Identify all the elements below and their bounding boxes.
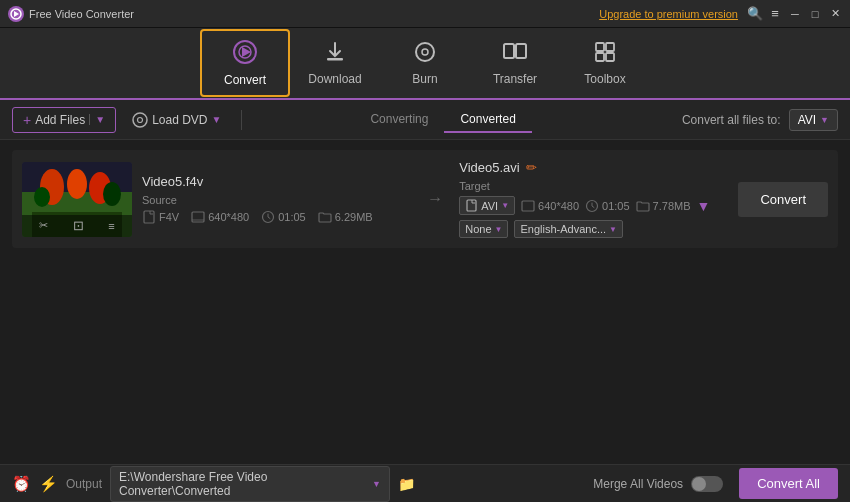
target-size: 7.78MB — [653, 200, 691, 212]
load-dvd-label: Load DVD — [152, 113, 207, 127]
merge-toggle[interactable] — [691, 476, 723, 492]
nav-convert[interactable]: Convert — [200, 29, 290, 97]
open-folder-icon[interactable]: 📁 — [398, 476, 415, 492]
svg-point-6 — [416, 43, 434, 61]
convert-button[interactable]: Convert — [738, 182, 828, 217]
download-nav-icon — [323, 40, 347, 68]
video-thumbnail: ✂ ⊡ ≡ — [22, 162, 132, 237]
svg-point-14 — [133, 113, 147, 127]
nav-convert-label: Convert — [224, 73, 266, 87]
target-name-row: Video5.avi ✏ — [459, 160, 728, 175]
load-dvd-dropdown-icon[interactable]: ▼ — [212, 114, 222, 125]
source-info: Video5.f4v Source F4V 640*480 — [142, 174, 411, 224]
svg-rect-5 — [327, 58, 343, 61]
search-icon[interactable]: 🔍 — [748, 7, 762, 21]
output-path[interactable]: E:\Wondershare Free Video Converter\Conv… — [110, 466, 390, 502]
svg-rect-10 — [596, 43, 604, 51]
tab-converted[interactable]: Converted — [444, 107, 531, 133]
file-icon — [142, 210, 156, 224]
effects-icon[interactable]: ≡ — [108, 220, 114, 232]
transfer-nav-icon — [502, 40, 528, 68]
scissors-icon[interactable]: ✂ — [39, 219, 48, 232]
load-dvd-button[interactable]: Load DVD ▼ — [124, 108, 229, 132]
format-value: AVI — [798, 113, 816, 127]
resolution-icon — [191, 210, 205, 224]
add-files-dropdown-icon[interactable]: ▼ — [89, 114, 105, 125]
source-duration-item: 01:05 — [261, 210, 306, 224]
logo-icon — [8, 6, 24, 22]
menu-icon[interactable]: ≡ — [768, 7, 782, 21]
target-clock-icon — [585, 199, 599, 213]
target-dropdown-arrow[interactable]: ▼ — [697, 198, 711, 214]
toggle-knob — [692, 477, 706, 491]
toolbar: + Add Files ▼ Load DVD ▼ Converting Conv… — [0, 100, 850, 140]
add-files-label: Add Files — [35, 113, 85, 127]
source-meta: F4V 640*480 01:05 — [142, 210, 411, 224]
source-duration: 01:05 — [278, 211, 306, 223]
convert-all-button[interactable]: Convert All — [739, 468, 838, 499]
svg-rect-25 — [192, 212, 204, 222]
target-resolution: 640*480 — [538, 200, 579, 212]
source-resolution: 640*480 — [208, 211, 249, 223]
dvd-icon — [132, 112, 148, 128]
target-size-item: 7.78MB — [636, 199, 691, 213]
minimize-button[interactable]: ─ — [788, 7, 802, 21]
target-filename: Video5.avi — [459, 160, 519, 175]
target-format-down-icon: ▼ — [501, 201, 509, 210]
lightning-icon[interactable]: ⚡ — [39, 475, 58, 493]
subtitle-value: None — [465, 223, 491, 235]
folder-icon — [318, 210, 332, 224]
source-size: 6.29MB — [335, 211, 373, 223]
svg-point-22 — [103, 182, 121, 206]
svg-point-7 — [422, 49, 428, 55]
output-path-dropdown-icon: ▼ — [372, 479, 381, 489]
file-item: ✂ ⊡ ≡ Video5.f4v Source F4V — [12, 150, 838, 248]
plus-icon: + — [23, 112, 31, 128]
subtitle-dropdown[interactable]: None ▼ — [459, 220, 508, 238]
target-meta-row: AVI ▼ 640*480 01:05 — [459, 196, 728, 215]
target-format-dropdown[interactable]: AVI ▼ — [459, 196, 515, 215]
svg-marker-1 — [14, 11, 19, 17]
nav-burn[interactable]: Burn — [380, 29, 470, 97]
svg-point-21 — [34, 187, 50, 207]
target-file-icon — [465, 199, 478, 212]
svg-rect-9 — [516, 44, 526, 58]
edit-icon[interactable]: ✏ — [526, 160, 537, 175]
subtitle-down-icon: ▼ — [495, 225, 503, 234]
crop-icon[interactable]: ⊡ — [73, 218, 84, 233]
svg-rect-29 — [522, 201, 534, 211]
close-button[interactable]: ✕ — [828, 7, 842, 21]
clock-icon — [261, 210, 275, 224]
source-label: Source — [142, 194, 411, 206]
nav-toolbox[interactable]: Toolbox — [560, 29, 650, 97]
nav-download[interactable]: Download — [290, 29, 380, 97]
target-resolution-item: 640*480 — [521, 199, 579, 213]
maximize-button[interactable]: □ — [808, 7, 822, 21]
nav-transfer[interactable]: Transfer — [470, 29, 560, 97]
window-controls: 🔍 ≡ ─ □ ✕ — [748, 7, 842, 21]
toolbar-divider — [241, 110, 242, 130]
target-format: AVI — [481, 200, 498, 212]
source-format-item: F4V — [142, 210, 179, 224]
format-select[interactable]: AVI ▼ — [789, 109, 838, 131]
nav-burn-label: Burn — [412, 72, 437, 86]
bottombar: ⏰ ⚡ Output E:\Wondershare Free Video Con… — [0, 464, 850, 502]
nav-transfer-label: Transfer — [493, 72, 537, 86]
svg-rect-8 — [504, 44, 514, 58]
tab-converting[interactable]: Converting — [354, 107, 444, 133]
svg-rect-11 — [606, 43, 614, 51]
app-name: Free Video Converter — [29, 8, 134, 20]
source-filename: Video5.f4v — [142, 174, 411, 189]
svg-rect-13 — [606, 53, 614, 61]
burn-nav-icon — [413, 40, 437, 68]
audio-dropdown[interactable]: English-Advanc... ▼ — [514, 220, 623, 238]
format-dropdown-icon: ▼ — [820, 115, 829, 125]
output-label: Output — [66, 477, 102, 491]
add-files-button[interactable]: + Add Files ▼ — [12, 107, 116, 133]
clock-icon[interactable]: ⏰ — [12, 475, 31, 493]
target-subtitle-row: None ▼ English-Advanc... ▼ — [459, 220, 728, 238]
target-duration: 01:05 — [602, 200, 630, 212]
target-duration-item: 01:05 — [585, 199, 630, 213]
upgrade-link[interactable]: Upgrade to premium version — [599, 8, 738, 20]
target-resolution-icon — [521, 199, 535, 213]
